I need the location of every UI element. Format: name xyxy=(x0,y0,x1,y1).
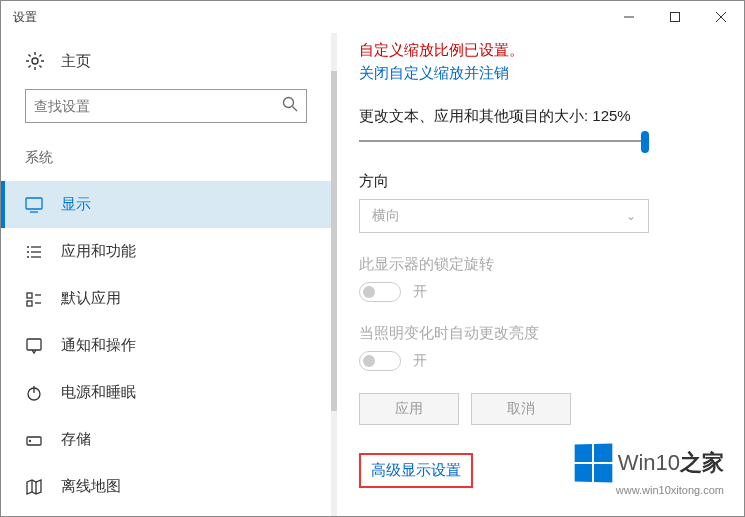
nav-label: 应用和功能 xyxy=(61,242,136,261)
orientation-value: 横向 xyxy=(372,207,400,225)
orientation-label: 方向 xyxy=(359,172,716,191)
search-icon xyxy=(282,96,298,116)
windows-logo-icon xyxy=(574,443,612,482)
power-icon xyxy=(25,384,43,402)
svg-rect-7 xyxy=(26,198,42,209)
svg-rect-19 xyxy=(27,339,41,350)
slider-thumb[interactable] xyxy=(641,131,649,153)
lock-rotation-toggle xyxy=(359,282,401,302)
nav-label: 显示 xyxy=(61,195,91,214)
sidebar: 主页 系统 显示 应用和功能 默认应用 通知和操作 xyxy=(1,33,331,516)
window-title: 设置 xyxy=(13,9,37,26)
svg-rect-15 xyxy=(27,293,32,298)
nav-label: 存储 xyxy=(61,430,91,449)
defaults-icon xyxy=(25,290,43,308)
scale-label: 更改文本、应用和其他项目的大小: 125% xyxy=(359,107,716,126)
orientation-dropdown[interactable]: 横向 ⌄ xyxy=(359,199,649,233)
nav-label: 离线地图 xyxy=(61,477,121,496)
svg-point-5 xyxy=(284,98,294,108)
map-icon xyxy=(25,478,43,496)
category-label: 系统 xyxy=(1,149,331,181)
sidebar-item-default-apps[interactable]: 默认应用 xyxy=(1,275,331,322)
lock-rotation-state: 开 xyxy=(413,283,427,301)
close-button[interactable] xyxy=(698,1,744,33)
svg-point-4 xyxy=(32,58,38,64)
sidebar-item-storage[interactable]: 存储 xyxy=(1,416,331,463)
watermark: Win10之家 www.win10xitong.com xyxy=(574,444,724,496)
scrollbar-thumb[interactable] xyxy=(331,71,337,411)
watermark-brand-suffix: 之家 xyxy=(680,450,724,475)
highlight-box: 高级显示设置 xyxy=(359,453,473,488)
nav-label: 默认应用 xyxy=(61,289,121,308)
watermark-brand-prefix: Win10 xyxy=(618,450,680,475)
home-link[interactable]: 主页 xyxy=(1,51,331,89)
scale-slider[interactable] xyxy=(359,140,649,142)
maximize-button[interactable] xyxy=(652,1,698,33)
watermark-url: www.win10xitong.com xyxy=(574,484,724,496)
nav-label: 电源和睡眠 xyxy=(61,383,136,402)
svg-point-23 xyxy=(30,440,31,441)
lock-rotation-label: 此显示器的锁定旋转 xyxy=(359,255,716,274)
brightness-toggle xyxy=(359,351,401,371)
home-label: 主页 xyxy=(61,52,91,71)
search-box[interactable] xyxy=(25,89,307,123)
chevron-down-icon: ⌄ xyxy=(626,209,636,223)
sidebar-item-power[interactable]: 电源和睡眠 xyxy=(1,369,331,416)
disable-scaling-link[interactable]: 关闭自定义缩放并注销 xyxy=(359,64,716,83)
search-input[interactable] xyxy=(34,98,282,114)
cancel-button: 取消 xyxy=(471,393,571,425)
advanced-display-link[interactable]: 高级显示设置 xyxy=(371,461,461,478)
scaling-warning: 自定义缩放比例已设置。 xyxy=(359,41,716,60)
sidebar-item-maps[interactable]: 离线地图 xyxy=(1,463,331,510)
svg-rect-17 xyxy=(27,301,32,306)
apply-button: 应用 xyxy=(359,393,459,425)
sidebar-item-display[interactable]: 显示 xyxy=(1,181,331,228)
nav-label: 通知和操作 xyxy=(61,336,136,355)
sidebar-item-notifications[interactable]: 通知和操作 xyxy=(1,322,331,369)
sidebar-item-apps[interactable]: 应用和功能 xyxy=(1,228,331,275)
gear-icon xyxy=(25,51,45,71)
monitor-icon xyxy=(25,196,43,214)
list-icon xyxy=(25,243,43,261)
minimize-button[interactable] xyxy=(606,1,652,33)
svg-rect-1 xyxy=(671,13,680,22)
brightness-state: 开 xyxy=(413,352,427,370)
storage-icon xyxy=(25,431,43,449)
notification-icon xyxy=(25,337,43,355)
brightness-label: 当照明变化时自动更改亮度 xyxy=(359,324,716,343)
scrollbar[interactable] xyxy=(331,33,337,516)
svg-line-6 xyxy=(293,107,298,112)
